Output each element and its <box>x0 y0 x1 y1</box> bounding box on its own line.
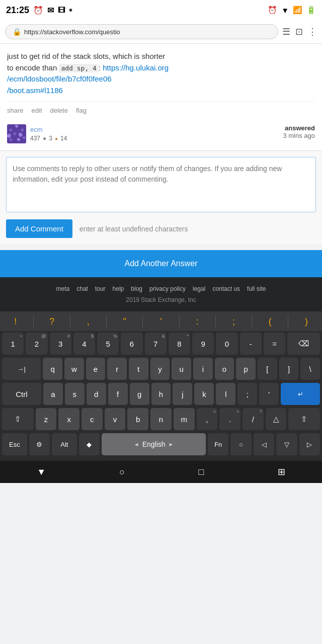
key-circle[interactable]: ○ <box>230 433 251 455</box>
key-settings-icon[interactable]: ⚙ <box>29 433 50 455</box>
key-enter[interactable]: ↵ <box>281 383 320 405</box>
footer-help[interactable]: help <box>113 285 124 292</box>
nav-home[interactable]: ○ <box>111 465 133 479</box>
key-minus[interactable]: - <box>240 333 262 355</box>
key-rparen[interactable]: ) <box>297 314 315 329</box>
key-shift-left[interactable]: ⇧ <box>2 408 34 430</box>
key-lbracket[interactable]: [ <box>258 358 277 380</box>
share-link[interactable]: share <box>7 107 24 114</box>
key-s[interactable]: s <box>65 383 85 405</box>
key-dquote[interactable]: " <box>116 314 134 329</box>
footer-chat[interactable]: chat <box>76 285 88 292</box>
key-j[interactable]: j <box>173 383 192 405</box>
key-a[interactable]: a <box>43 383 63 405</box>
key-y[interactable]: y <box>150 358 170 380</box>
key-slash[interactable]: ?/ <box>243 408 264 430</box>
key-percent-5[interactable]: %5 <box>97 333 119 355</box>
key-caret-6[interactable]: 6 <box>121 333 142 355</box>
key-nav-down[interactable]: ▽ <box>276 433 297 455</box>
key-9[interactable]: 9 <box>192 333 214 355</box>
footer-meta[interactable]: meta <box>56 285 70 292</box>
footer-fullsite[interactable]: full site <box>247 285 266 292</box>
key-backspace[interactable]: ⌫ <box>287 333 320 355</box>
key-r[interactable]: r <box>107 358 127 380</box>
add-another-answer-button[interactable]: Add Another Answer <box>0 250 322 277</box>
key-squote[interactable]: ' <box>152 314 170 329</box>
key-tab[interactable]: →| <box>2 358 41 380</box>
key-equals[interactable]: = <box>264 333 285 355</box>
comment-textarea[interactable] <box>6 157 316 212</box>
key-at-2[interactable]: @2 <box>26 333 47 355</box>
key-comma-special[interactable]: , <box>79 314 97 329</box>
key-o[interactable]: o <box>215 358 234 380</box>
key-alt[interactable]: Alt <box>52 433 77 455</box>
edit-link[interactable]: edit <box>32 107 42 114</box>
delete-link[interactable]: delete <box>50 107 68 114</box>
key-w[interactable]: w <box>64 358 84 380</box>
key-t[interactable]: t <box>129 358 148 380</box>
menu-icon[interactable]: ⋮ <box>308 26 317 37</box>
key-nav-left[interactable]: ◁ <box>254 433 274 455</box>
key-l[interactable]: l <box>216 383 235 405</box>
key-ctrl[interactable]: Ctrl <box>2 383 41 405</box>
nav-recent[interactable]: □ <box>191 465 212 479</box>
key-hash-3[interactable]: #3 <box>50 333 71 355</box>
key-semicolon-special[interactable]: ; <box>225 314 243 329</box>
key-p[interactable]: p <box>236 358 256 380</box>
key-dollar-4[interactable]: $4 <box>73 333 95 355</box>
key-m[interactable]: m <box>174 408 195 430</box>
key-n[interactable]: n <box>150 408 172 430</box>
key-b[interactable]: b <box>127 408 148 430</box>
key-space[interactable]: ◄ English ► <box>102 433 206 455</box>
vr-mode-icon[interactable]: ⊡ <box>295 26 303 37</box>
key-d[interactable]: d <box>87 383 106 405</box>
key-nav-right[interactable]: ▷ <box>299 433 320 455</box>
key-0[interactable]: 0 <box>216 333 237 355</box>
reader-mode-icon[interactable]: ☰ <box>282 26 290 37</box>
key-v[interactable]: v <box>105 408 126 430</box>
key-g[interactable]: g <box>130 383 149 405</box>
keyboard-bottom-row: Esc ⚙ Alt ◆ ◄ English ► Fn ○ ◁ ▽ ▷ <box>0 432 322 457</box>
key-u[interactable]: u <box>172 358 191 380</box>
key-comma[interactable]: <, <box>197 408 218 430</box>
flag-link[interactable]: flag <box>76 107 87 114</box>
key-apostrophe[interactable]: ' <box>259 383 279 405</box>
navigation-bar: ▼ ○ □ ⊞ <box>0 461 322 483</box>
key-diamond-icon[interactable]: ◆ <box>79 433 100 455</box>
key-k[interactable]: k <box>194 383 214 405</box>
add-comment-button[interactable]: Add Comment <box>6 219 72 238</box>
footer-privacy[interactable]: privacy policy <box>149 285 186 292</box>
key-q[interactable]: q <box>43 358 62 380</box>
footer-legal[interactable]: legal <box>193 285 205 292</box>
key-x[interactable]: x <box>58 408 79 430</box>
key-tilde-1[interactable]: ~1 <box>2 333 24 355</box>
footer-tour[interactable]: tour <box>95 285 106 292</box>
footer-contact[interactable]: contact us <box>212 285 240 292</box>
key-shift-right[interactable]: ⇧ <box>288 408 320 430</box>
key-i[interactable]: i <box>193 358 213 380</box>
key-h[interactable]: h <box>151 383 171 405</box>
user-name[interactable]: ecm <box>30 126 67 133</box>
key-semicolon[interactable]: ; <box>237 383 257 405</box>
footer-blog[interactable]: blog <box>131 285 142 292</box>
answered-info: answered 3 mins ago <box>283 124 315 139</box>
key-exclaim[interactable]: ! <box>7 314 25 329</box>
nav-back[interactable]: ▼ <box>29 465 54 479</box>
key-lparen[interactable]: ( <box>261 314 279 329</box>
key-z[interactable]: z <box>36 408 57 430</box>
key-backslash[interactable]: \ <box>300 358 320 380</box>
key-amp-7[interactable]: &7 <box>145 333 167 355</box>
key-f[interactable]: f <box>108 383 128 405</box>
key-rbracket[interactable]: ] <box>279 358 299 380</box>
key-colon[interactable]: : <box>188 314 206 329</box>
key-period[interactable]: >. <box>219 408 240 430</box>
key-esc[interactable]: Esc <box>2 433 27 455</box>
key-fn[interactable]: Fn <box>208 433 228 455</box>
key-triangle-up[interactable]: △ <box>266 408 287 430</box>
key-star-8[interactable]: *8 <box>169 333 190 355</box>
key-question[interactable]: ? <box>43 314 61 329</box>
nav-keyboard[interactable]: ⊞ <box>270 464 293 479</box>
key-e[interactable]: e <box>86 358 106 380</box>
url-bar[interactable]: 🔒 https://stackoverflow.com/questio <box>5 24 278 39</box>
key-c[interactable]: c <box>82 408 103 430</box>
